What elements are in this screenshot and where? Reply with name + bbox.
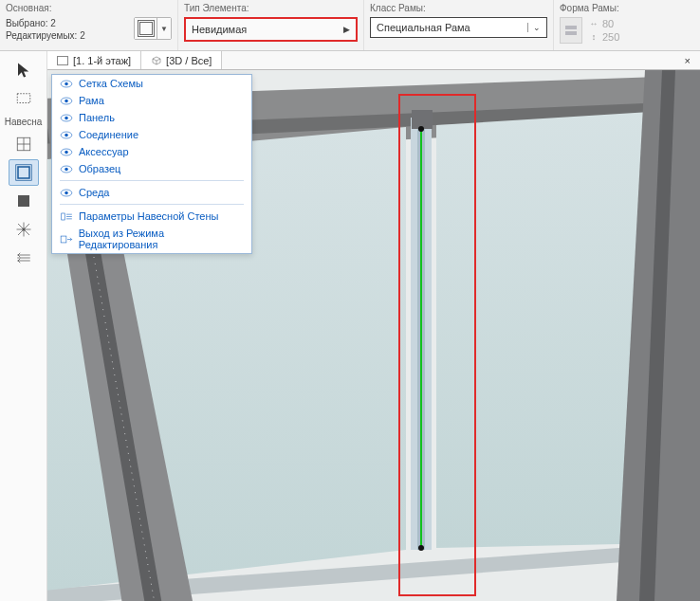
grid-icon [15, 136, 32, 153]
eye-icon [60, 79, 73, 89]
frame-class-value: Специальная Рама [377, 22, 470, 33]
tool-arrow[interactable] [9, 57, 39, 83]
menu-label: Панель [79, 112, 115, 123]
menu-label: Рама [79, 95, 104, 106]
frame-icon [15, 164, 32, 181]
height-icon: ↕ [588, 32, 599, 42]
svg-point-34 [64, 82, 68, 85]
svg-rect-47 [62, 213, 65, 220]
tool-junction[interactable] [9, 216, 39, 243]
menu-label: Аксессуар [79, 146, 129, 157]
menu-label: Сетка Схемы [79, 78, 143, 89]
tool-column: Навесна [0, 51, 47, 601]
exit-icon [60, 234, 73, 245]
eye-icon [60, 188, 73, 198]
dim-height: 250 [602, 31, 619, 43]
menu-separator [60, 204, 244, 205]
main-area: Навесна [1. 1-й этаж] [3D / Все] × [0, 51, 700, 601]
tool-panel[interactable] [9, 188, 39, 214]
eye-icon [60, 147, 73, 157]
svg-rect-4 [18, 167, 29, 178]
menu-item-sample[interactable]: Образец [52, 160, 251, 177]
eye-icon [60, 96, 73, 106]
menu-label: Выход из Режима Редактирования [79, 228, 244, 250]
dimension-column: ↔80 ↕250 [588, 18, 619, 43]
chevron-right-icon: ▶ [343, 25, 350, 34]
workspace: [1. 1-й этаж] [3D / Все] × [47, 51, 700, 601]
layer-button-group[interactable]: ▼ [134, 17, 172, 40]
tool-grid[interactable] [9, 131, 39, 157]
svg-rect-0 [17, 94, 30, 103]
selected-count: Выбрано: 2 [6, 17, 85, 29]
menu-item-exit-edit[interactable]: Выход из Режима Редактирования [52, 225, 251, 253]
chevron-down-icon: ⌄ [527, 23, 541, 32]
menu-label: Соединение [79, 129, 138, 140]
svg-rect-51 [61, 236, 66, 243]
accessory-icon [15, 249, 32, 266]
context-menu: Сетка Схемы Рама Панель Соединение Аксес… [51, 74, 252, 254]
menu-label: Образец [79, 163, 120, 174]
section-element-type: Тип Элемента: Невидимая ▶ [178, 0, 364, 50]
dim-width: 80 [602, 18, 614, 29]
svg-point-44 [64, 167, 68, 171]
frame-profile-icon[interactable] [560, 17, 582, 44]
tab-bar: [1. 1-й этаж] [3D / Все] × [47, 51, 700, 70]
width-icon: ↔ [588, 19, 599, 28]
editable-count: Редактируемых: 2 [6, 29, 85, 42]
cube-icon [151, 55, 162, 66]
menu-separator [60, 180, 244, 181]
menu-item-scheme-grid[interactable]: Сетка Схемы [52, 75, 251, 92]
class-label: Класс Рамы: [370, 3, 547, 13]
form-label: Форма Рамы: [560, 3, 694, 13]
floorplan-icon [57, 56, 68, 65]
section-main: Основная: Выбрано: 2 Редактируемых: 2 ▼ [0, 0, 178, 50]
junction-icon [15, 221, 32, 238]
top-toolbar: Основная: Выбрано: 2 Редактируемых: 2 ▼ … [0, 0, 700, 51]
tab-floorplan-label: [1. 1-й этаж] [73, 55, 131, 66]
section-frame-class: Класс Рамы: Специальная Рама ⌄ [364, 0, 554, 50]
tool-marquee[interactable] [9, 85, 39, 112]
tool-group-label: Навесна [5, 117, 43, 127]
menu-item-panel[interactable]: Панель [52, 109, 251, 126]
tool-frame[interactable] [9, 159, 39, 186]
marquee-icon [15, 90, 32, 107]
layer-dropdown-arrow[interactable]: ▼ [157, 18, 171, 39]
main-label: Основная: [6, 3, 172, 13]
panel-icon [15, 192, 32, 209]
tab-3d[interactable]: [3D / Все] [141, 51, 222, 69]
svg-rect-6 [18, 195, 29, 207]
tab-3d-label: [3D / Все] [166, 55, 212, 66]
svg-point-36 [64, 99, 68, 102]
element-type-dropdown[interactable]: Невидимая ▶ [184, 17, 358, 42]
type-label: Тип Элемента: [184, 3, 358, 13]
eye-icon [60, 113, 73, 123]
layer-icon [135, 18, 157, 39]
menu-item-environment[interactable]: Среда [52, 184, 251, 201]
frame-class-dropdown[interactable]: Специальная Рама ⌄ [370, 17, 547, 38]
svg-point-38 [64, 116, 68, 119]
menu-item-junction[interactable]: Соединение [52, 126, 251, 143]
menu-label: Параметры Навесной Стены [79, 210, 218, 222]
tab-close[interactable]: × [675, 51, 700, 69]
eye-icon [60, 164, 73, 174]
svg-point-40 [64, 133, 68, 137]
eye-icon [60, 130, 73, 140]
menu-item-wall-params[interactable]: Параметры Навесной Стены [52, 208, 251, 225]
svg-point-42 [64, 150, 68, 154]
section-frame-form: Форма Рамы: ↔80 ↕250 [554, 0, 700, 50]
selection-info: Выбрано: 2 Редактируемых: 2 [6, 17, 85, 42]
settings-icon [60, 211, 73, 222]
svg-point-46 [64, 191, 68, 194]
arrow-icon [15, 62, 32, 79]
menu-item-frame[interactable]: Рама [52, 92, 251, 109]
tool-accessory[interactable] [9, 245, 39, 271]
menu-label: Среда [79, 187, 109, 198]
menu-item-accessory[interactable]: Аксессуар [52, 143, 251, 160]
viewport-3d[interactable]: Сетка Схемы Рама Панель Соединение Аксес… [47, 70, 700, 601]
element-type-value: Невидимая [192, 24, 247, 35]
highlight-rect [398, 94, 476, 596]
tab-floorplan[interactable]: [1. 1-й этаж] [47, 51, 141, 69]
